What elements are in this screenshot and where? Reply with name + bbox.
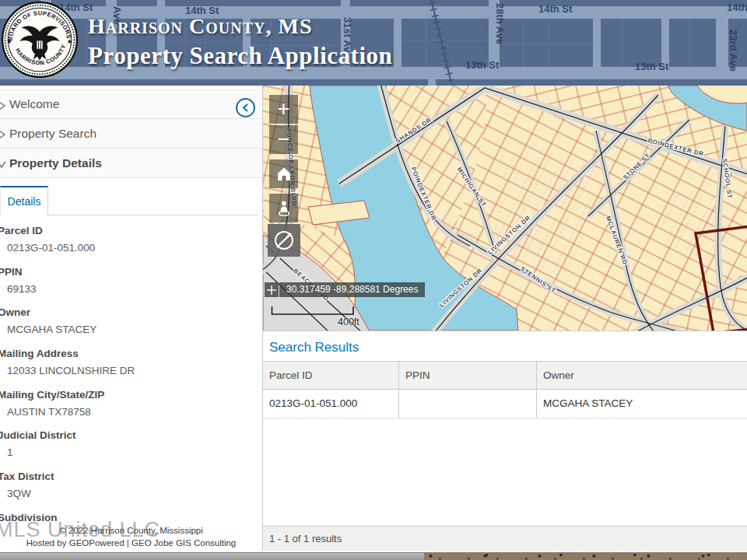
header-street-label: 13th St (465, 59, 499, 71)
field-label: Parcel ID (0, 225, 263, 236)
footer-copyright: © 2022 Harrison County, Mississippi (0, 524, 262, 537)
sidebar-item-label: Welcome (0, 97, 59, 111)
header-street-label: 13th St (635, 61, 668, 72)
field-owner: Owner MCGAHA STACEY (0, 301, 263, 342)
cell-parcel-id: 0213G-01-051.000 (263, 390, 399, 418)
county-seal-logo: BOARD OF SUPERVISORS HARRISON COUNTY ★ ★ (0, 0, 79, 79)
background-page-gray (0, 552, 424, 560)
field-value: AUSTIN TX78758 (0, 406, 263, 418)
collapse-panel-button[interactable] (236, 98, 255, 117)
home-icon (275, 165, 293, 184)
sidebar-item-property-search[interactable]: Property Search (0, 119, 262, 149)
locate-button[interactable] (269, 194, 298, 222)
field-value: 12033 LINCOLNSHIRE DR (0, 365, 263, 376)
header-street-label: 28th Ave (494, 3, 506, 44)
column-header-ppin[interactable]: PPIN (399, 362, 537, 389)
sidebar-item-welcome[interactable]: Welcome (0, 89, 262, 119)
parcel-map[interactable]: SHANDS DRPOINDEXTER DRMICHIGAN STPOINDEX… (263, 86, 747, 331)
app-title-line2: Property Search Application (88, 42, 392, 70)
search-results-title: Search Results (269, 340, 359, 355)
column-header-owner[interactable]: Owner (537, 362, 747, 389)
home-button[interactable] (269, 159, 298, 188)
cell-owner: MCGAHA STACEY (537, 390, 747, 418)
field-label: Judicial District (0, 429, 263, 441)
sidebar-item-label: Property Search (0, 127, 96, 141)
header-street-label: 14th St (727, 2, 747, 13)
field-mailing-address: Mailing Address 12033 LINCOLNSHIRE DR (0, 342, 263, 383)
app-title: Harrison County, MS Property Search Appl… (88, 14, 392, 70)
field-label: Tax District (0, 471, 263, 482)
field-judicial-district: Judicial District 1 (0, 424, 263, 465)
zoom-out-button[interactable]: − (269, 125, 298, 154)
minus-icon: − (278, 128, 290, 152)
plus-icon: + (278, 97, 290, 121)
chevron-left-icon (240, 103, 251, 113)
coordinates-readout: 30.317459 -89.288581 Degrees (279, 282, 425, 297)
property-fields: Parcel ID 0213G-01-051.000 PPIN 69133 Ow… (0, 219, 263, 548)
tab-details-label: Details (8, 195, 41, 208)
field-value: 0213G-01-051.000 (0, 242, 263, 254)
field-ppin: PPIN 69133 (0, 261, 263, 302)
svg-text:★: ★ (6, 38, 12, 45)
field-value: 1 (0, 446, 263, 458)
chevron-right-icon (0, 129, 7, 140)
crosshair-glyph (267, 285, 276, 295)
tab-details[interactable]: Details (0, 186, 48, 215)
sidebar-item-property-details[interactable]: Property Details (0, 149, 262, 178)
locate-person-icon (275, 199, 293, 218)
compass-button[interactable] (268, 224, 300, 257)
compass-icon (272, 229, 296, 252)
field-value: MCGAHA STACEY (0, 324, 263, 335)
tab-baseline-divider (48, 215, 258, 215)
header-street-label: 14th St (538, 3, 572, 15)
app-header: 14th StAve14th St31st Ave28th Ave14th St… (0, 0, 747, 86)
app-title-line1: Harrison County, MS (88, 14, 392, 39)
sidebar-panel: Welcome Property Search Property Details… (0, 86, 263, 551)
crosshair-icon[interactable] (265, 282, 279, 297)
field-value: 69133 (0, 283, 263, 295)
scale-label: 400ft (338, 317, 359, 327)
background-page-photo (424, 552, 747, 560)
header-street-label: 23rd Ave (728, 30, 739, 72)
svg-text:★: ★ (67, 38, 72, 45)
chevron-right-icon (0, 100, 7, 111)
field-value: 3QW (0, 488, 263, 499)
scale-bar: 400ft (271, 303, 372, 330)
field-parcel-id: Parcel ID 0213G-01-051.000 (0, 219, 263, 261)
search-results-panel: Search Results Parcel ID PPIN Owner 0213… (263, 331, 747, 551)
field-tax-district: Tax District 3QW (0, 465, 263, 506)
field-label: Mailing City/State/ZIP (0, 389, 263, 401)
field-label: PPIN (0, 266, 263, 278)
chevron-down-icon (0, 159, 7, 170)
field-label: Mailing Address (0, 348, 263, 359)
column-header-parcel-id[interactable]: Parcel ID (263, 362, 399, 389)
search-results-table: Parcel ID PPIN Owner 0213G-01-051.000 MC… (263, 361, 747, 418)
sidebar-footer: © 2022 Harrison County, Mississippi Host… (0, 524, 262, 549)
sidebar-item-label: Property Details (0, 156, 102, 170)
field-label: Owner (0, 306, 263, 318)
results-count-bar: 1 - 1 of 1 results (263, 526, 747, 551)
cell-ppin (399, 390, 537, 418)
field-mailing-city-state-zip: Mailing City/State/ZIP AUSTIN TX78758 (0, 383, 263, 425)
table-row[interactable]: 0213G-01-051.000 MCGAHA STACEY (263, 390, 747, 418)
footer-hosted-by: Hosted by GEOPowered | GEO Jobe GIS Cons… (0, 537, 262, 549)
table-header-row: Parcel ID PPIN Owner (263, 361, 747, 390)
background-page-strip (0, 551, 747, 560)
zoom-in-button[interactable]: + (269, 95, 298, 124)
